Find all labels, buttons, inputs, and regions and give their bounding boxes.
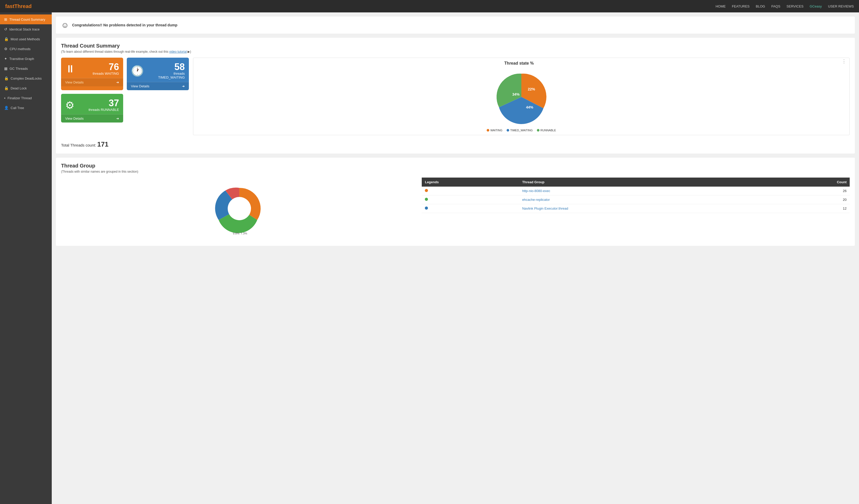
tg-dot-2: [425, 198, 428, 201]
pie-header: Thread state % ⋮: [196, 61, 846, 68]
thread-group-row: 9.8% 7.3% Legends Thread Group Count: [61, 177, 850, 241]
waiting-footer[interactable]: View Details ➜: [61, 78, 123, 86]
tg-dot-3: [425, 206, 428, 210]
identical-stack-icon: ↺: [4, 27, 7, 31]
total-count-value: 171: [97, 140, 108, 148]
brand-logo[interactable]: fastThread: [5, 3, 32, 9]
tg-legend-2: [422, 195, 519, 204]
thread-group-svg: 9.8% 7.3%: [61, 177, 418, 240]
sidebar-label-transitive: Transitive Graph: [9, 57, 34, 61]
cpu-icon: ⚙: [4, 47, 7, 51]
subtitle-end: ): [190, 50, 191, 53]
top-cards-row: ⏸ 76 threads WAITING View Details ➜: [61, 58, 189, 90]
pie-title: Thread state %: [196, 61, 842, 66]
sidebar-item-gc-threads[interactable]: ▦ GC Threads: [0, 64, 52, 74]
nav-features[interactable]: FEATURES: [732, 4, 750, 8]
nav-home[interactable]: HOME: [715, 4, 726, 8]
sidebar-label-call-tree: Call Tree: [11, 106, 24, 110]
gc-icon: ▦: [4, 66, 7, 70]
donut-hole: [228, 197, 251, 220]
waiting-numbers: 76 threads WAITING: [93, 62, 119, 76]
sidebar-item-most-used-methods[interactable]: 🔒 Most used Methods: [0, 34, 52, 44]
tg-link-1[interactable]: http-nio-8080-exec: [522, 189, 550, 193]
runnable-body: ⚙ 37 threads RUNNABLE: [61, 94, 123, 114]
runnable-numbers: 37 threads RUNNABLE: [89, 98, 119, 112]
stat-cards-col: ⏸ 76 threads WAITING View Details ➜: [61, 58, 189, 123]
table-row: Navlink Plugin Executor:thread 12: [422, 204, 850, 213]
timed-waiting-count: 58: [147, 62, 185, 72]
legend-runnable: RUNNABLE: [537, 129, 556, 132]
sidebar-label-dead-lock: Dead Lock: [11, 86, 27, 90]
tg-name-1: http-nio-8080-exec: [519, 187, 772, 195]
video-tutorial-link[interactable]: video tutorial: [169, 50, 187, 53]
waiting-label: threads WAITING: [93, 72, 119, 76]
thread-group-table: Legends Thread Group Count: [422, 177, 850, 213]
transitive-icon: ✦: [4, 57, 7, 61]
runnable-legend-dot: [537, 129, 540, 131]
sidebar-item-complex-deadlocks[interactable]: 🔒 Complex DeadLocks: [0, 74, 52, 83]
thread-cards-row: ⏸ 76 threads WAITING View Details ➜: [61, 58, 850, 135]
nav-gceasy[interactable]: GCeasy: [810, 4, 822, 8]
tg-link-3[interactable]: Navlink Plugin Executor:thread: [522, 206, 568, 210]
runnable-footer[interactable]: View Details ➜: [61, 114, 123, 123]
clock-icon: 🕐: [131, 65, 144, 77]
th-thread-group: Thread Group: [519, 177, 772, 187]
thread-group-title: Thread Group: [61, 163, 850, 169]
thread-group-subtitle: (Threads with similar names are grouped …: [61, 170, 850, 173]
waiting-count: 76: [93, 62, 119, 72]
runnable-card: ⚙ 37 threads RUNNABLE View Details ➜: [61, 94, 123, 123]
tg-label-2: 7.3%: [241, 232, 247, 235]
waiting-legend-dot: [487, 129, 489, 131]
waiting-pct-label: 44%: [526, 105, 533, 109]
timed-waiting-view-details[interactable]: View Details: [131, 84, 149, 88]
tg-count-1: 26: [772, 187, 850, 195]
sidebar-item-call-tree[interactable]: 👤 Call Tree: [0, 103, 52, 113]
sidebar-item-thread-count-summary[interactable]: ⊞ Thread Count Summary: [0, 15, 52, 24]
sidebar-item-cpu-methods[interactable]: ⚙ CPU methods: [0, 44, 52, 54]
total-count: Total Threads count: 171: [61, 140, 850, 148]
sidebar-item-dead-lock[interactable]: 🔒 Dead Lock: [0, 83, 52, 93]
sidebar-label-cpu: CPU methods: [10, 47, 31, 51]
tg-link-2[interactable]: ehcache-replicator: [522, 198, 550, 202]
nav-user-reviews[interactable]: USER REVIEWS: [828, 4, 854, 8]
sidebar-item-finalizer-thread[interactable]: ▪ Finalizer Thread: [0, 93, 52, 103]
table-row: ehcache-replicator 20: [422, 195, 850, 204]
pie-menu-button[interactable]: ⋮: [842, 59, 846, 64]
thread-count-subtitle: (To learn about different thread states …: [61, 50, 850, 53]
main-layout: ⊞ Thread Count Summary ↺ Identical Stack…: [0, 12, 859, 504]
brand-prefix: fast: [5, 3, 15, 9]
timed-waiting-footer[interactable]: View Details ➜: [127, 82, 189, 90]
tg-name-2: ehcache-replicator: [519, 195, 772, 204]
call-tree-icon: 👤: [4, 106, 9, 110]
runnable-label: threads RUNNABLE: [89, 108, 119, 112]
sidebar-item-identical-stack-trace[interactable]: ↺ Identical Stack trace: [0, 24, 52, 34]
smiley-icon: ☺: [61, 21, 69, 30]
tg-table-body: http-nio-8080-exec 26 ehcache-replicator: [422, 187, 850, 213]
pause-icon: ⏸: [65, 63, 76, 75]
thread-group-chart: 9.8% 7.3%: [61, 177, 418, 241]
pie-chart: 44% 34% 22%: [196, 70, 846, 127]
nav-faqs[interactable]: FAQS: [771, 4, 780, 8]
gear-icon: ⚙: [65, 99, 75, 111]
sidebar-item-transitive-graph[interactable]: ✦ Transitive Graph: [0, 54, 52, 64]
th-legends: Legends: [422, 177, 519, 187]
finalizer-icon: ▪: [4, 96, 5, 100]
sidebar-label-gc: GC Threads: [10, 67, 28, 70]
congrats-message: Congratulations!! No problems detected i…: [72, 23, 178, 27]
timed-waiting-legend-label: TIMED_WAITING: [510, 129, 533, 132]
waiting-view-details[interactable]: View Details: [65, 80, 84, 84]
th-count: Count: [772, 177, 850, 187]
tg-header-row: Legends Thread Group Count: [422, 177, 850, 187]
waiting-legend-label: WAITING: [490, 129, 502, 132]
pie-legend: WAITING TIMED_WAITING RUNNABLE: [196, 129, 846, 132]
runnable-view-details[interactable]: View Details: [65, 116, 84, 121]
waiting-card: ⏸ 76 threads WAITING View Details ➜: [61, 58, 123, 90]
topnav: fastThread HOME FEATURES BLOG FAQS SERVI…: [0, 0, 859, 12]
arrow-icon: ➜: [116, 80, 119, 84]
nav-services[interactable]: SERVICES: [786, 4, 804, 8]
thread-group-table-container: Legends Thread Group Count: [422, 177, 850, 241]
timed-waiting-legend-dot: [507, 129, 509, 131]
main-content: ☺ Congratulations!! No problems detected…: [52, 12, 859, 504]
nav-blog[interactable]: BLOG: [756, 4, 765, 8]
timed-arrow-icon: ➜: [182, 84, 185, 88]
